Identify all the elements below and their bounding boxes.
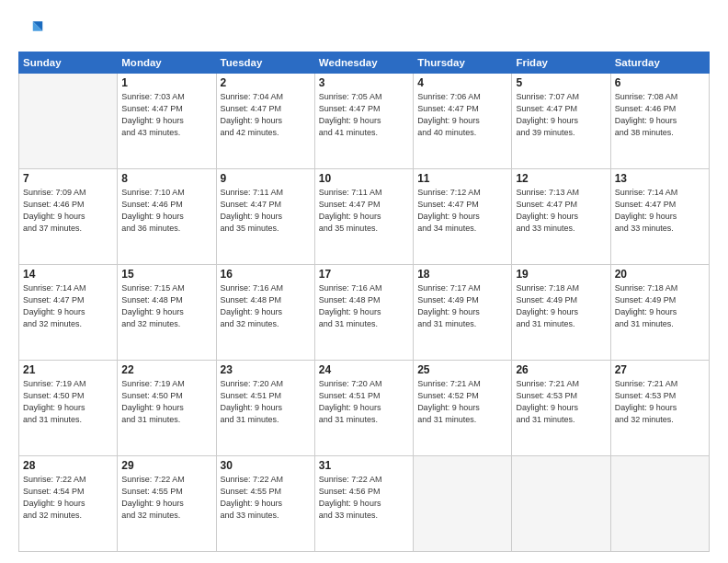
- day-info: Sunrise: 7:17 AM Sunset: 4:49 PM Dayligh…: [417, 282, 507, 330]
- day-number: 20: [615, 268, 705, 281]
- calendar-cell: 3Sunrise: 7:05 AM Sunset: 4:47 PM Daylig…: [314, 74, 413, 169]
- day-info: Sunrise: 7:04 AM Sunset: 4:47 PM Dayligh…: [221, 91, 311, 139]
- weekday-header-row: SundayMondayTuesdayWednesdayThursdayFrid…: [19, 52, 710, 74]
- weekday-header-sunday: Sunday: [19, 52, 118, 74]
- day-info: Sunrise: 7:15 AM Sunset: 4:48 PM Dayligh…: [121, 282, 211, 330]
- day-info: Sunrise: 7:16 AM Sunset: 4:48 PM Dayligh…: [319, 282, 409, 330]
- calendar-cell: 4Sunrise: 7:06 AM Sunset: 4:47 PM Daylig…: [414, 74, 512, 169]
- day-info: Sunrise: 7:22 AM Sunset: 4:56 PM Dayligh…: [319, 474, 409, 522]
- day-number: 3: [319, 76, 409, 89]
- calendar-cell: 6Sunrise: 7:08 AM Sunset: 4:46 PM Daylig…: [610, 74, 709, 169]
- day-info: Sunrise: 7:06 AM Sunset: 4:47 PM Dayligh…: [417, 91, 507, 139]
- day-info: Sunrise: 7:21 AM Sunset: 4:53 PM Dayligh…: [615, 378, 705, 426]
- weekday-header-wednesday: Wednesday: [314, 52, 413, 74]
- calendar-cell: 9Sunrise: 7:11 AM Sunset: 4:47 PM Daylig…: [216, 169, 314, 265]
- day-info: Sunrise: 7:22 AM Sunset: 4:55 PM Dayligh…: [221, 474, 311, 522]
- weekday-header-monday: Monday: [118, 52, 216, 74]
- calendar-cell: 11Sunrise: 7:12 AM Sunset: 4:47 PM Dayli…: [414, 169, 512, 265]
- calendar-cell: 15Sunrise: 7:15 AM Sunset: 4:48 PM Dayli…: [118, 265, 216, 361]
- day-info: Sunrise: 7:22 AM Sunset: 4:54 PM Dayligh…: [23, 474, 113, 522]
- calendar-cell: 14Sunrise: 7:14 AM Sunset: 4:47 PM Dayli…: [19, 265, 118, 361]
- day-info: Sunrise: 7:08 AM Sunset: 4:46 PM Dayligh…: [615, 91, 705, 139]
- header: [18, 17, 710, 42]
- calendar-cell: [19, 74, 118, 169]
- calendar-week-row: 28Sunrise: 7:22 AM Sunset: 4:54 PM Dayli…: [19, 456, 710, 552]
- calendar-cell: 30Sunrise: 7:22 AM Sunset: 4:55 PM Dayli…: [216, 456, 314, 552]
- calendar-week-row: 14Sunrise: 7:14 AM Sunset: 4:47 PM Dayli…: [19, 265, 710, 361]
- weekday-header-friday: Friday: [512, 52, 610, 74]
- logo: [18, 17, 48, 42]
- day-number: 24: [319, 363, 409, 376]
- day-number: 8: [121, 172, 211, 185]
- day-info: Sunrise: 7:21 AM Sunset: 4:52 PM Dayligh…: [417, 378, 507, 426]
- page: SundayMondayTuesdayWednesdayThursdayFrid…: [0, 0, 728, 563]
- day-number: 27: [615, 363, 705, 376]
- day-info: Sunrise: 7:16 AM Sunset: 4:48 PM Dayligh…: [221, 282, 311, 330]
- day-number: 14: [23, 268, 113, 281]
- calendar-cell: 17Sunrise: 7:16 AM Sunset: 4:48 PM Dayli…: [314, 265, 413, 361]
- day-info: Sunrise: 7:03 AM Sunset: 4:47 PM Dayligh…: [121, 91, 211, 139]
- calendar-cell: 5Sunrise: 7:07 AM Sunset: 4:47 PM Daylig…: [512, 74, 610, 169]
- calendar-cell: 24Sunrise: 7:20 AM Sunset: 4:51 PM Dayli…: [314, 361, 413, 456]
- day-info: Sunrise: 7:20 AM Sunset: 4:51 PM Dayligh…: [319, 378, 409, 426]
- day-number: 11: [417, 172, 507, 185]
- day-info: Sunrise: 7:13 AM Sunset: 4:47 PM Dayligh…: [516, 187, 606, 235]
- day-info: Sunrise: 7:19 AM Sunset: 4:50 PM Dayligh…: [121, 378, 211, 426]
- day-number: 2: [221, 76, 311, 89]
- calendar-cell: 21Sunrise: 7:19 AM Sunset: 4:50 PM Dayli…: [19, 361, 118, 456]
- day-number: 15: [121, 268, 211, 281]
- day-info: Sunrise: 7:18 AM Sunset: 4:49 PM Dayligh…: [615, 282, 705, 330]
- day-info: Sunrise: 7:20 AM Sunset: 4:51 PM Dayligh…: [221, 378, 311, 426]
- day-number: 7: [23, 172, 113, 185]
- calendar-cell: 13Sunrise: 7:14 AM Sunset: 4:47 PM Dayli…: [610, 169, 709, 265]
- weekday-header-thursday: Thursday: [414, 52, 512, 74]
- calendar-cell: 10Sunrise: 7:11 AM Sunset: 4:47 PM Dayli…: [314, 169, 413, 265]
- calendar-week-row: 21Sunrise: 7:19 AM Sunset: 4:50 PM Dayli…: [19, 361, 710, 456]
- day-info: Sunrise: 7:18 AM Sunset: 4:49 PM Dayligh…: [516, 282, 606, 330]
- day-number: 9: [221, 172, 311, 185]
- calendar-cell: [512, 456, 610, 552]
- calendar-week-row: 1Sunrise: 7:03 AM Sunset: 4:47 PM Daylig…: [19, 74, 710, 169]
- calendar-cell: 27Sunrise: 7:21 AM Sunset: 4:53 PM Dayli…: [610, 361, 709, 456]
- calendar-cell: [414, 456, 512, 552]
- calendar-cell: 8Sunrise: 7:10 AM Sunset: 4:46 PM Daylig…: [118, 169, 216, 265]
- day-number: 28: [23, 459, 113, 472]
- calendar-cell: 31Sunrise: 7:22 AM Sunset: 4:56 PM Dayli…: [314, 456, 413, 552]
- day-info: Sunrise: 7:14 AM Sunset: 4:47 PM Dayligh…: [615, 187, 705, 235]
- calendar-cell: 19Sunrise: 7:18 AM Sunset: 4:49 PM Dayli…: [512, 265, 610, 361]
- day-info: Sunrise: 7:14 AM Sunset: 4:47 PM Dayligh…: [23, 282, 113, 330]
- day-number: 1: [121, 76, 211, 89]
- day-info: Sunrise: 7:10 AM Sunset: 4:46 PM Dayligh…: [121, 187, 211, 235]
- day-number: 6: [615, 76, 705, 89]
- day-info: Sunrise: 7:12 AM Sunset: 4:47 PM Dayligh…: [417, 187, 507, 235]
- calendar-cell: 1Sunrise: 7:03 AM Sunset: 4:47 PM Daylig…: [118, 74, 216, 169]
- day-info: Sunrise: 7:09 AM Sunset: 4:46 PM Dayligh…: [23, 187, 113, 235]
- calendar-cell: 25Sunrise: 7:21 AM Sunset: 4:52 PM Dayli…: [414, 361, 512, 456]
- day-number: 13: [615, 172, 705, 185]
- calendar-cell: 26Sunrise: 7:21 AM Sunset: 4:53 PM Dayli…: [512, 361, 610, 456]
- calendar-cell: 22Sunrise: 7:19 AM Sunset: 4:50 PM Dayli…: [118, 361, 216, 456]
- day-info: Sunrise: 7:21 AM Sunset: 4:53 PM Dayligh…: [516, 378, 606, 426]
- day-number: 25: [417, 363, 507, 376]
- day-number: 16: [221, 268, 311, 281]
- day-number: 10: [319, 172, 409, 185]
- calendar-cell: 29Sunrise: 7:22 AM Sunset: 4:55 PM Dayli…: [118, 456, 216, 552]
- day-number: 5: [516, 76, 606, 89]
- calendar-cell: 2Sunrise: 7:04 AM Sunset: 4:47 PM Daylig…: [216, 74, 314, 169]
- day-number: 21: [23, 363, 113, 376]
- day-number: 26: [516, 363, 606, 376]
- calendar-cell: 20Sunrise: 7:18 AM Sunset: 4:49 PM Dayli…: [610, 265, 709, 361]
- day-info: Sunrise: 7:22 AM Sunset: 4:55 PM Dayligh…: [121, 474, 211, 522]
- day-info: Sunrise: 7:05 AM Sunset: 4:47 PM Dayligh…: [319, 91, 409, 139]
- calendar-table: SundayMondayTuesdayWednesdayThursdayFrid…: [18, 52, 710, 552]
- day-info: Sunrise: 7:07 AM Sunset: 4:47 PM Dayligh…: [516, 91, 606, 139]
- day-info: Sunrise: 7:19 AM Sunset: 4:50 PM Dayligh…: [23, 378, 113, 426]
- weekday-header-saturday: Saturday: [610, 52, 709, 74]
- day-info: Sunrise: 7:11 AM Sunset: 4:47 PM Dayligh…: [319, 187, 409, 235]
- calendar-cell: 18Sunrise: 7:17 AM Sunset: 4:49 PM Dayli…: [414, 265, 512, 361]
- day-number: 29: [121, 459, 211, 472]
- day-number: 18: [417, 268, 507, 281]
- calendar-cell: 23Sunrise: 7:20 AM Sunset: 4:51 PM Dayli…: [216, 361, 314, 456]
- calendar-cell: 12Sunrise: 7:13 AM Sunset: 4:47 PM Dayli…: [512, 169, 610, 265]
- day-number: 22: [121, 363, 211, 376]
